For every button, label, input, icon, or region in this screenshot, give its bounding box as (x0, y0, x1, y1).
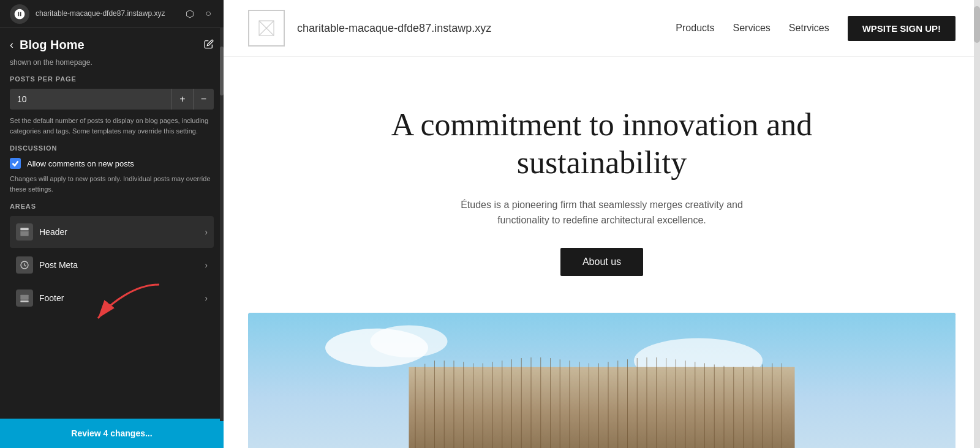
allow-comments-checkbox[interactable] (10, 158, 21, 169)
site-header: charitable-macaque-dfde87.instawp.xyz Pr… (224, 0, 980, 57)
footer-area-icon (16, 289, 33, 307)
svg-rect-0 (20, 228, 28, 230)
header-area-icon (16, 223, 33, 241)
wordpress-logo (10, 4, 29, 24)
posts-per-page-value: 10 (10, 89, 172, 109)
site-logo (248, 10, 285, 47)
topbar-icons: ⬡ ○ (183, 6, 214, 22)
nav-setrvices[interactable]: Setrvices (789, 23, 829, 34)
external-link-icon[interactable]: ⬡ (183, 6, 197, 22)
footer-area-chevron: › (205, 293, 208, 303)
main-scrollbar-thumb[interactable] (974, 6, 980, 43)
edit-button[interactable] (204, 39, 214, 51)
hero-title: A commitment to innovation and sustainab… (388, 106, 816, 182)
site-nav: Products Services Setrvices (676, 23, 829, 34)
posts-per-page-label: POSTS PER PAGE (10, 75, 214, 83)
svg-rect-1 (20, 231, 28, 236)
main-scrollbar-track (974, 0, 980, 448)
sidebar-scrollbar-thumb[interactable] (220, 47, 224, 95)
increment-button[interactable]: + (172, 89, 192, 110)
top-bar: charitable-macaque-dfde87.instawp.xyz ⬡ … (0, 0, 224, 28)
main-preview: charitable-macaque-dfde87.instawp.xyz Pr… (224, 0, 980, 448)
nav-products[interactable]: Products (676, 23, 714, 34)
discussion-label: DISCUSSION (10, 144, 214, 152)
discussion-hint: Changes will apply to new posts only. In… (10, 174, 214, 194)
area-item-post-meta[interactable]: Post Meta › (10, 249, 214, 281)
site-domain: charitable-macaque-dfde87.instawp.xyz (297, 22, 676, 35)
sidebar-bottom: Review 4 changes... (0, 419, 224, 448)
posts-per-page-input: 10 + − (10, 89, 214, 110)
hero-section: A commitment to innovation and sustainab… (224, 57, 980, 313)
signup-button[interactable]: WPSITE SIGN UP! (848, 16, 956, 41)
areas-label: AREAS (10, 203, 214, 210)
about-us-button[interactable]: About us (560, 248, 643, 276)
header-area-name: Header (39, 227, 205, 237)
footer-area-name: Footer (39, 293, 205, 303)
svg-rect-15 (409, 367, 795, 448)
hero-subtitle: Études is a pioneering firm that seamles… (449, 197, 755, 228)
area-item-footer[interactable]: Footer › (10, 282, 214, 314)
site-name: charitable-macaque-dfde87.instawp.xyz (36, 9, 183, 19)
header-area-chevron: › (205, 227, 208, 237)
preview-area: charitable-macaque-dfde87.instawp.xyz Pr… (224, 0, 980, 448)
back-button[interactable]: ‹ (10, 39, 13, 51)
area-item-header[interactable]: Header › (10, 216, 214, 248)
allow-comments-row: Allow comments on new posts (10, 158, 214, 169)
post-meta-area-chevron: › (205, 260, 208, 270)
decrement-button[interactable]: − (193, 89, 214, 110)
post-meta-area-icon (16, 256, 33, 274)
sidebar-header: ‹ Blog Home (0, 28, 224, 57)
posts-per-page-hint: Set the default number of posts to displ… (10, 116, 214, 136)
svg-line-4 (24, 265, 26, 266)
svg-rect-5 (20, 295, 28, 300)
post-meta-area-name: Post Meta (39, 260, 205, 270)
sidebar-title: Blog Home (20, 38, 198, 52)
sidebar: charitable-macaque-dfde87.instawp.xyz ⬡ … (0, 0, 224, 448)
sidebar-content: shown on the homepage. POSTS PER PAGE 10… (0, 57, 224, 419)
sidebar-scrollbar-track (220, 28, 224, 421)
review-changes-button[interactable]: Review 4 changes... (0, 419, 224, 448)
search-icon[interactable]: ○ (203, 6, 214, 22)
allow-comments-label: Allow comments on new posts (27, 159, 134, 168)
svg-rect-6 (20, 301, 28, 302)
nav-services[interactable]: Services (733, 23, 771, 34)
building-image (248, 313, 956, 448)
svg-point-13 (371, 325, 448, 357)
shown-text: shown on the homepage. (10, 57, 214, 67)
